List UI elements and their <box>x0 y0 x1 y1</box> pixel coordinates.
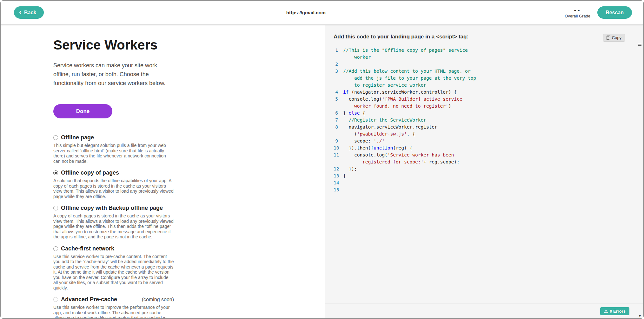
code-line: 6} else { <box>334 110 643 116</box>
code-line-text: } else { <box>343 110 365 116</box>
scroll-down-arrow-icon[interactable]: ▼ <box>638 315 642 318</box>
code-editor[interactable]: 1//This is the "Offline copy of pages" s… <box>334 47 643 193</box>
page-description: Service workers can make your site work … <box>53 61 174 88</box>
back-button[interactable]: ‹ Back <box>14 6 44 19</box>
line-number: 4 <box>334 89 343 96</box>
code-line: 12 }); <box>334 165 643 172</box>
code-line: 15 <box>334 186 643 193</box>
option-label: Offline copy of pages <box>61 169 119 176</box>
line-number: 10 <box>334 144 343 151</box>
code-line-text: scope: './' <box>343 137 385 144</box>
option-select-row[interactable]: Offline copy with Backup offline page <box>53 205 174 211</box>
errors-badge[interactable]: ⚠ 0 Errors <box>600 307 629 315</box>
code-line-text: //Register the ServiceWorker <box>343 116 426 123</box>
pwabuilder-window: ‹ Back https://gmail.com -- Overall Grad… <box>0 0 644 319</box>
service-worker-option-1: Offline pageThis simple but elegant solu… <box>53 134 174 164</box>
overall-grade: -- Overall Grade <box>565 7 590 18</box>
code-line: 10 }).then(function(reg) { <box>334 144 643 151</box>
option-description: Use this service worker to pre-cache con… <box>53 254 174 291</box>
code-line-text: }).then(function(reg) { <box>343 144 412 151</box>
code-line: 13} <box>334 172 643 179</box>
header-right-group: -- Overall Grade Rescan <box>565 6 632 19</box>
code-line-text: if (navigator.serviceWorker.controller) … <box>343 89 457 96</box>
code-line: 9 scope: './' <box>334 137 643 144</box>
code-line: 14 <box>334 179 643 186</box>
code-line-text: console.log('Service worker has beenregi… <box>343 151 460 165</box>
code-line: 11 console.log('Service worker has beenr… <box>334 151 643 165</box>
code-line: 2 <box>334 61 643 68</box>
code-line: 3//Add this below content to your HTML p… <box>334 68 643 89</box>
option-description: This simple but elegant solution pulls a… <box>53 143 174 164</box>
copy-button-label: Copy <box>612 35 621 40</box>
main-content: Service Workers Service workers can make… <box>1 25 643 319</box>
code-line: 8 navigator.serviceWorker.register('pwab… <box>334 123 643 137</box>
service-worker-option-5: Advanced Pre-cache(coming soon)Use this … <box>53 296 174 319</box>
line-number: 5 <box>334 96 343 110</box>
rescan-button[interactable]: Rescan <box>597 6 632 19</box>
option-label: Offline copy with Backup offline page <box>61 205 163 211</box>
line-number: 15 <box>334 186 343 193</box>
code-line-text: //This is the "Offline copy of pages" se… <box>343 47 468 61</box>
code-line: 1//This is the "Offline copy of pages" s… <box>334 47 643 61</box>
overall-grade-label: Overall Grade <box>565 14 590 18</box>
overall-grade-value: -- <box>565 7 590 13</box>
back-button-label: Back <box>24 10 36 16</box>
line-number: 12 <box>334 165 343 172</box>
option-description: A solution that expands the offline capa… <box>53 178 174 199</box>
radio-button[interactable] <box>53 297 58 302</box>
top-bar: ‹ Back https://gmail.com -- Overall Grad… <box>1 1 643 25</box>
service-worker-option-4: Cache-first networkUse this service work… <box>53 245 174 291</box>
line-number: 13 <box>334 172 343 179</box>
option-select-row[interactable]: Offline copy of pages <box>53 169 174 176</box>
code-line: 5 console.log('[PWA Builder] active serv… <box>334 96 643 110</box>
code-panel-header: Add this code to your landing page in a … <box>334 34 643 42</box>
radio-button[interactable] <box>53 135 58 140</box>
line-number: 2 <box>334 61 343 68</box>
option-label: Advanced Pre-cache <box>61 296 117 303</box>
service-worker-option-2: Offline copy of pagesA solution that exp… <box>53 169 174 199</box>
service-worker-options-list: Offline pageThis simple but elegant solu… <box>53 134 174 319</box>
radio-button[interactable] <box>53 206 58 210</box>
site-url: https://gmail.com <box>286 10 326 15</box>
code-line-text: console.log('[PWA Builder] active servic… <box>343 96 462 110</box>
coming-soon-note: (coming soon) <box>142 297 174 302</box>
service-workers-panel: Service Workers Service workers can make… <box>1 25 325 319</box>
option-description: Use this service worker to improve the p… <box>53 305 174 319</box>
line-number: 8 <box>334 123 343 137</box>
line-number: 9 <box>334 137 343 144</box>
radio-button[interactable] <box>53 246 58 251</box>
option-description: A copy of each pages is stored in the ca… <box>53 213 174 240</box>
line-number: 14 <box>334 179 343 186</box>
line-number: 11 <box>334 151 343 165</box>
code-line-text: }); <box>343 165 357 172</box>
code-panel-footer: ⚠ 0 Errors <box>325 303 643 319</box>
code-line-text: } <box>343 172 346 179</box>
option-label: Offline page <box>61 134 94 141</box>
code-line-text: //Add this below content to your HTML pa… <box>343 68 476 89</box>
line-number: 6 <box>334 110 343 116</box>
option-select-row[interactable]: Advanced Pre-cache(coming soon) <box>53 296 174 303</box>
warning-icon: ⚠ <box>604 309 608 313</box>
code-line-text: navigator.serviceWorker.register('pwabui… <box>343 123 437 137</box>
radio-button[interactable] <box>53 170 58 175</box>
code-instructions-heading: Add this code to your landing page in a … <box>334 34 468 40</box>
scrollbar-thumb[interactable] <box>638 44 641 44</box>
code-line: 4if (navigator.serviceWorker.controller)… <box>334 89 643 96</box>
code-line: 7 //Register the ServiceWorker <box>334 116 643 123</box>
errors-count-label: 0 Errors <box>610 309 626 314</box>
code-scrollbar[interactable]: ▼ <box>638 25 642 318</box>
line-number: 3 <box>334 68 343 89</box>
service-worker-option-3: Offline copy with Backup offline pageA c… <box>53 205 174 240</box>
option-select-row[interactable]: Cache-first network <box>53 245 174 252</box>
line-number: 7 <box>334 116 343 123</box>
line-number: 1 <box>334 47 343 61</box>
copy-icon <box>607 36 610 40</box>
page-title: Service Workers <box>53 37 174 53</box>
done-button[interactable]: Done <box>53 104 112 118</box>
option-label: Cache-first network <box>61 245 114 252</box>
code-panel: Add this code to your landing page in a … <box>325 25 643 319</box>
copy-button[interactable]: Copy <box>603 34 625 42</box>
option-select-row[interactable]: Offline page <box>53 134 174 141</box>
chevron-left-icon: ‹ <box>19 8 22 16</box>
